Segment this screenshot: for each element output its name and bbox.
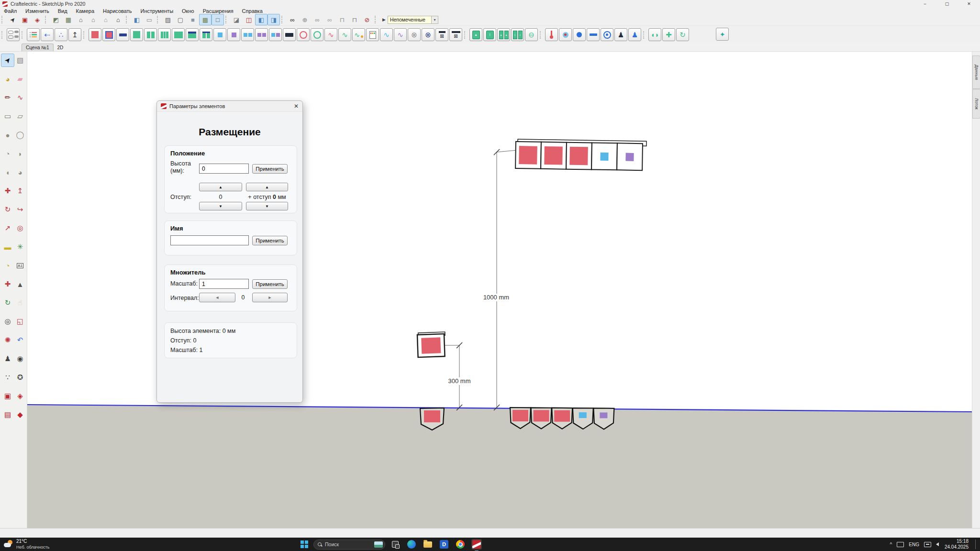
panel-updown-button[interactable]: ↕ <box>483 28 496 41</box>
element-green-2col-button[interactable] <box>144 28 157 41</box>
follow-me-button[interactable]: ↪ <box>13 203 27 216</box>
section-cuts-button[interactable]: ◧ <box>255 14 267 25</box>
show-desktop-button[interactable] <box>975 540 977 549</box>
dashed-arrow-button[interactable]: ⇠ <box>41 28 54 41</box>
arc-button[interactable]: ◗ <box>13 147 27 160</box>
dialog-titlebar[interactable]: Параметры элементов ✕ <box>157 101 302 112</box>
close-button[interactable]: ✕ <box>958 0 980 8</box>
taskbar-clock[interactable]: 15:18 24.04.2025 <box>945 539 969 550</box>
scene-tab-0[interactable]: Сцена №1 <box>22 44 54 51</box>
orbit-button[interactable]: ↻ <box>1 296 14 309</box>
panel-up-button[interactable]: ▴ <box>469 28 482 41</box>
pie-button[interactable]: ◕ <box>13 165 27 179</box>
compass-button[interactable]: ✪ <box>13 371 27 384</box>
element-green-wide-button[interactable] <box>172 28 185 41</box>
element-green-2col-blue-button[interactable] <box>200 28 212 41</box>
make-component-button[interactable]: ▣ <box>19 14 31 25</box>
shadows-dialog-button[interactable]: ∞ <box>286 14 299 25</box>
element-single[interactable] <box>417 332 446 357</box>
protractor-button[interactable]: ◔ <box>1 259 14 272</box>
menu-item-0[interactable]: Файл <box>4 8 17 14</box>
view-top-button[interactable]: ▦ <box>62 14 75 25</box>
element-blue-pair-button[interactable] <box>241 28 254 41</box>
ring-arrows-green-button[interactable]: ↻ <box>676 28 689 41</box>
tag-play-icon[interactable]: ▶ <box>382 17 386 22</box>
zoom-previous-button[interactable]: ↶ <box>13 333 27 347</box>
height-input[interactable] <box>199 164 249 174</box>
zoom-window-button[interactable]: ◱ <box>13 315 27 328</box>
circle-x-blue-button[interactable]: ⊗ <box>422 28 434 41</box>
name-input[interactable] <box>170 235 249 245</box>
element-purple-small-button[interactable] <box>227 28 240 41</box>
tags-off-button[interactable]: ⊘ <box>361 14 373 25</box>
offset-down-left-button[interactable]: ▼ <box>199 202 242 210</box>
style-shaded-button[interactable]: ■ <box>187 14 199 25</box>
network-display-icon[interactable] <box>897 542 904 547</box>
plugin-b-button[interactable]: ◈ <box>13 389 27 403</box>
bar-x-wide-button[interactable]: ⊠ <box>449 28 462 41</box>
chrome-taskbar-icon[interactable] <box>455 539 466 550</box>
view-iso-button[interactable]: ◩ <box>50 14 62 25</box>
offset-up-left-button[interactable]: ▲ <box>199 183 242 191</box>
tray-tab-data[interactable]: Данные <box>972 55 980 89</box>
menu-item-2[interactable]: Вид <box>58 8 67 14</box>
element-row-top[interactable] <box>515 139 646 170</box>
style-monochrome-button[interactable]: □ <box>212 14 224 25</box>
touch-keyboard-icon[interactable] <box>924 542 931 547</box>
pan-button[interactable]: ☝ <box>13 296 27 309</box>
element-red-button[interactable] <box>89 28 101 41</box>
view-back-button[interactable]: ⌂ <box>112 14 124 25</box>
dimension-button[interactable]: ✳ <box>13 240 27 253</box>
axes-tool-button[interactable]: ✚ <box>1 277 14 291</box>
element-green-button[interactable] <box>130 28 143 41</box>
zoom-button[interactable]: ◎ <box>1 315 14 328</box>
element-blue-purple-button[interactable] <box>269 28 282 41</box>
position-camera-button[interactable]: ♟ <box>1 352 14 365</box>
plugin-d-button[interactable]: ◆ <box>13 408 27 421</box>
wave-purple-button[interactable]: ∿ <box>394 28 407 41</box>
cross-arrows-green-button[interactable]: ✚ <box>662 28 675 41</box>
soften-edges-button[interactable]: ⊓ <box>336 14 348 25</box>
style-hidden-line-button[interactable]: ▢ <box>174 14 187 25</box>
task-view-taskbar-icon[interactable] <box>390 539 401 550</box>
thermometer-button[interactable] <box>545 28 558 41</box>
circle-green-button[interactable] <box>311 28 323 41</box>
circle-red-button[interactable] <box>297 28 310 41</box>
wave-red-button[interactable]: ∿ <box>324 28 337 41</box>
menu-item-1[interactable]: Изменить <box>25 8 49 14</box>
wave-green-button[interactable]: ∿ <box>338 28 351 41</box>
scatter-points-button[interactable]: ∴ <box>55 28 67 41</box>
wave-blue-button[interactable]: ∿ <box>380 28 393 41</box>
scene-tab-1[interactable]: 2D <box>54 44 67 51</box>
circle-tool-button[interactable]: ● <box>1 128 14 142</box>
freehand-button[interactable]: ∿ <box>13 91 27 104</box>
search-box[interactable]: Поиск <box>313 540 385 550</box>
language-indicator[interactable]: ENG <box>909 542 919 547</box>
start-button-icon[interactable] <box>301 540 309 549</box>
line-tool-button[interactable]: ✏ <box>1 91 14 104</box>
element-blue-small-button[interactable] <box>213 28 226 41</box>
app-d-taskbar-icon[interactable]: D <box>439 539 449 550</box>
view-left-button[interactable]: ⌂ <box>100 14 112 25</box>
panel-2-up-button[interactable]: ▴▴ <box>497 28 510 41</box>
menu-item-5[interactable]: Инструменты <box>140 8 173 14</box>
list-settings-button[interactable] <box>27 28 40 41</box>
edge-taskbar-icon[interactable] <box>406 539 417 550</box>
pawn-dark-button[interactable]: ♟ <box>614 28 627 41</box>
photo-match-button[interactable]: ∞ <box>323 14 336 25</box>
plugin-c-button[interactable]: ▤ <box>1 408 14 421</box>
scale-apply-button[interactable]: Применить <box>252 279 288 289</box>
minimize-button[interactable]: – <box>914 0 936 8</box>
paint-bucket-button[interactable]: ◈ <box>31 14 44 25</box>
offset-down-right-button[interactable]: ▼ <box>246 202 288 210</box>
section-planes-button[interactable]: ◨ <box>267 14 280 25</box>
bar-x-button[interactable]: ⊠ <box>435 28 448 41</box>
height-apply-button[interactable]: Применить <box>252 164 288 174</box>
element-green-top-blue-button[interactable] <box>186 28 199 41</box>
element-green-3col-button[interactable] <box>158 28 171 41</box>
name-apply-button[interactable]: Применить <box>252 236 288 245</box>
explorer-taskbar-icon[interactable] <box>423 539 433 550</box>
bar-blue-button[interactable] <box>587 28 600 41</box>
select-tool-button[interactable]: ➤ <box>1 54 14 67</box>
instructor-button[interactable]: ⊓ <box>348 14 361 25</box>
